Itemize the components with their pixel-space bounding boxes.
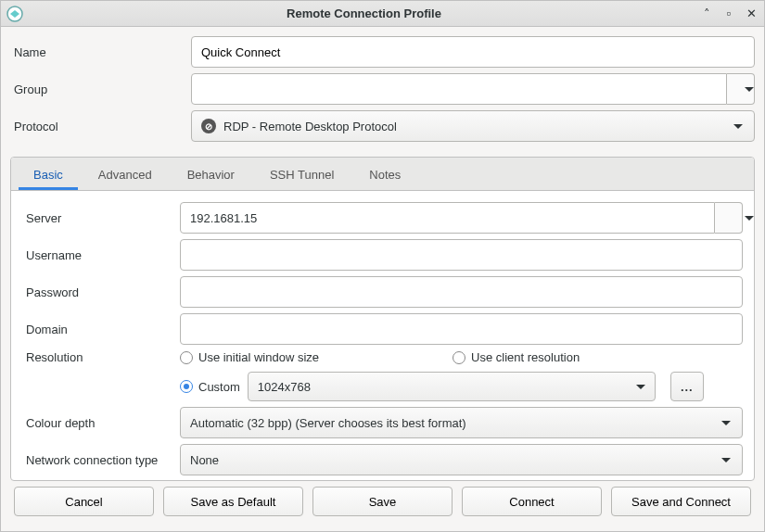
window-title: Remote Connection Profile bbox=[29, 6, 699, 20]
tab-notebook: Basic Advanced Behavior SSH Tunnel Notes… bbox=[10, 157, 755, 481]
name-input[interactable] bbox=[191, 36, 755, 68]
radio-label-custom: Custom bbox=[198, 380, 240, 394]
group-dropdown-button[interactable] bbox=[727, 73, 755, 105]
group-combo[interactable] bbox=[191, 73, 755, 105]
more-label: ... bbox=[681, 380, 694, 394]
save-and-connect-button[interactable]: Save and Connect bbox=[611, 487, 751, 516]
label-protocol: Protocol bbox=[10, 120, 191, 133]
resolution-more-button[interactable]: ... bbox=[670, 372, 704, 401]
radio-circle-icon bbox=[453, 351, 465, 364]
label-resolution: Resolution bbox=[22, 350, 180, 364]
network-type-value: None bbox=[190, 453, 219, 467]
window-maximize-icon[interactable]: ▫ bbox=[721, 6, 736, 20]
chevron-down-icon bbox=[721, 421, 731, 425]
protocol-value: RDP - Remote Desktop Protocol bbox=[223, 120, 397, 133]
connect-button[interactable]: Connect bbox=[462, 487, 602, 516]
chevron-down-icon bbox=[733, 124, 743, 129]
window-root: Remote Connection Profile ˄ ▫ ✕ Name Gro… bbox=[0, 0, 765, 532]
window-minimize-icon[interactable]: ˄ bbox=[699, 6, 714, 20]
radio-use-initial[interactable]: Use initial window size bbox=[180, 350, 319, 364]
tab-bar: Basic Advanced Behavior SSH Tunnel Notes bbox=[11, 158, 754, 191]
label-username: Username bbox=[22, 248, 180, 262]
content-area: Name Group Protocol ⊘ RDP - Remote Deskt… bbox=[1, 27, 764, 531]
window-close-icon[interactable]: ✕ bbox=[744, 6, 759, 20]
tab-notes[interactable]: Notes bbox=[354, 160, 415, 190]
button-bar: Cancel Save as Default Save Connect Save… bbox=[10, 481, 755, 522]
server-value: 192.1681.15 bbox=[190, 211, 257, 225]
tab-ssh-tunnel[interactable]: SSH Tunnel bbox=[255, 160, 349, 190]
label-domain: Domain bbox=[22, 323, 180, 336]
label-group: Group bbox=[10, 82, 191, 96]
network-type-combo[interactable]: None bbox=[180, 444, 743, 475]
label-password: Password bbox=[22, 285, 180, 299]
radio-circle-icon bbox=[180, 351, 193, 364]
chevron-down-icon bbox=[745, 87, 754, 92]
server-combo[interactable]: 192.1681.15 bbox=[180, 202, 743, 234]
domain-input[interactable] bbox=[180, 313, 743, 345]
label-server: Server bbox=[22, 211, 180, 225]
rdp-protocol-icon: ⊘ bbox=[201, 119, 216, 133]
chevron-down-icon bbox=[745, 216, 754, 221]
tab-basic[interactable]: Basic bbox=[19, 160, 78, 190]
tab-advanced[interactable]: Advanced bbox=[83, 160, 167, 190]
protocol-combo[interactable]: ⊘ RDP - Remote Desktop Protocol bbox=[191, 110, 755, 142]
radio-use-client[interactable]: Use client resolution bbox=[453, 350, 580, 364]
label-name: Name bbox=[10, 45, 191, 59]
radio-custom[interactable]: Custom bbox=[180, 380, 240, 394]
save-button[interactable]: Save bbox=[312, 487, 453, 516]
colour-depth-value: Automatic (32 bpp) (Server chooses its b… bbox=[190, 416, 466, 430]
radio-label-client: Use client resolution bbox=[471, 350, 580, 364]
radio-circle-icon bbox=[180, 380, 193, 393]
radio-label-initial: Use initial window size bbox=[198, 350, 319, 364]
password-input[interactable] bbox=[180, 276, 743, 308]
chevron-down-icon bbox=[636, 385, 645, 389]
label-network-type: Network connection type bbox=[22, 453, 180, 467]
custom-resolution-value: 1024x768 bbox=[258, 380, 311, 394]
colour-depth-combo[interactable]: Automatic (32 bpp) (Server chooses its b… bbox=[180, 407, 743, 438]
chevron-down-icon bbox=[721, 458, 731, 462]
server-dropdown-button[interactable] bbox=[715, 202, 743, 234]
basic-tab-content: Server 192.1681.15 Username Password bbox=[11, 191, 754, 480]
tab-behavior[interactable]: Behavior bbox=[172, 160, 249, 190]
username-input[interactable] bbox=[180, 239, 743, 271]
label-colour-depth: Colour depth bbox=[22, 416, 180, 430]
app-icon bbox=[6, 6, 23, 22]
titlebar: Remote Connection Profile ˄ ▫ ✕ bbox=[1, 1, 764, 27]
custom-resolution-combo[interactable]: 1024x768 bbox=[248, 372, 656, 401]
cancel-button[interactable]: Cancel bbox=[14, 487, 154, 516]
save-as-default-button[interactable]: Save as Default bbox=[163, 487, 303, 516]
